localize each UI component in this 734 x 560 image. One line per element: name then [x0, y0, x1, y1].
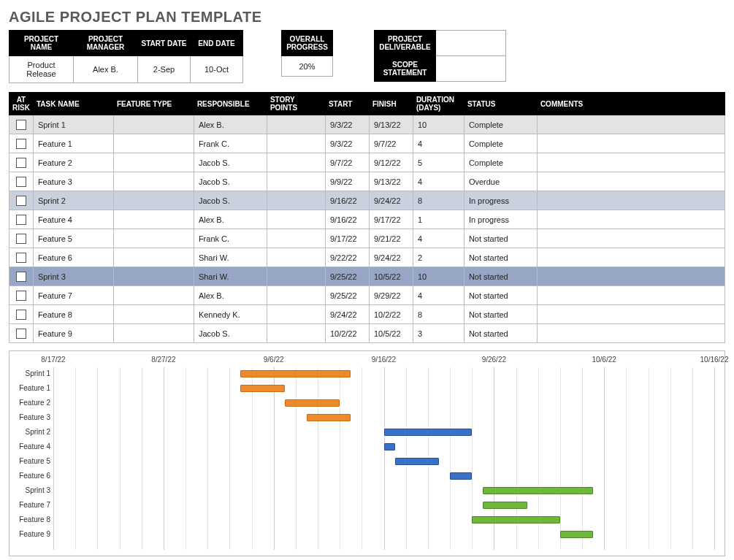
comments-cell[interactable] — [537, 286, 725, 305]
story-points-cell[interactable] — [267, 229, 325, 248]
feature-type-cell[interactable] — [113, 134, 194, 153]
at-risk-cell[interactable] — [9, 248, 34, 267]
duration-cell[interactable]: 3 — [413, 324, 464, 343]
status-cell[interactable]: Not started — [464, 229, 537, 248]
value-start-date[interactable]: 2-Sep — [138, 56, 191, 83]
checkbox-icon[interactable] — [16, 215, 26, 225]
status-cell[interactable]: In progress — [464, 210, 537, 229]
finish-cell[interactable]: 9/13/22 — [369, 115, 413, 134]
responsible-cell[interactable]: Frank C. — [194, 229, 267, 248]
status-cell[interactable]: In progress — [464, 191, 537, 210]
finish-cell[interactable]: 9/24/22 — [369, 191, 413, 210]
task-name-cell[interactable]: Sprint 2 — [33, 191, 113, 210]
at-risk-cell[interactable] — [9, 115, 34, 134]
start-cell[interactable]: 9/3/22 — [325, 115, 369, 134]
task-name-cell[interactable]: Feature 3 — [33, 172, 113, 191]
story-points-cell[interactable] — [267, 286, 325, 305]
comments-cell[interactable] — [537, 305, 725, 324]
feature-type-cell[interactable] — [113, 305, 194, 324]
task-name-cell[interactable]: Feature 5 — [33, 229, 113, 248]
value-project-name[interactable]: Product Release — [9, 56, 74, 83]
duration-cell[interactable]: 4 — [413, 172, 464, 191]
story-points-cell[interactable] — [267, 267, 325, 286]
story-points-cell[interactable] — [267, 324, 325, 343]
comments-cell[interactable] — [537, 191, 725, 210]
responsible-cell[interactable]: Alex B. — [194, 115, 267, 134]
status-cell[interactable]: Not started — [464, 324, 537, 343]
finish-cell[interactable]: 10/2/22 — [369, 305, 413, 324]
task-name-cell[interactable]: Feature 8 — [33, 305, 113, 324]
duration-cell[interactable]: 8 — [413, 305, 464, 324]
feature-type-cell[interactable] — [113, 172, 194, 191]
task-name-cell[interactable]: Feature 4 — [33, 210, 113, 229]
feature-type-cell[interactable] — [113, 324, 194, 343]
responsible-cell[interactable]: Jacob S. — [194, 153, 267, 172]
at-risk-cell[interactable] — [9, 267, 34, 286]
feature-type-cell[interactable] — [113, 115, 194, 134]
feature-type-cell[interactable] — [113, 286, 194, 305]
story-points-cell[interactable] — [267, 172, 325, 191]
comments-cell[interactable] — [537, 172, 725, 191]
checkbox-icon[interactable] — [16, 272, 26, 282]
task-name-cell[interactable]: Feature 9 — [33, 324, 113, 343]
status-cell[interactable]: Not started — [464, 267, 537, 286]
task-name-cell[interactable]: Feature 1 — [33, 134, 113, 153]
responsible-cell[interactable]: Jacob S. — [194, 191, 267, 210]
checkbox-icon[interactable] — [16, 196, 26, 206]
responsible-cell[interactable]: Shari W. — [194, 248, 267, 267]
comments-cell[interactable] — [537, 324, 725, 343]
responsible-cell[interactable]: Frank C. — [194, 134, 267, 153]
checkbox-icon[interactable] — [16, 234, 26, 244]
status-cell[interactable]: Not started — [464, 248, 537, 267]
start-cell[interactable]: 9/16/22 — [325, 210, 369, 229]
finish-cell[interactable]: 9/12/22 — [369, 153, 413, 172]
feature-type-cell[interactable] — [113, 248, 194, 267]
status-cell[interactable]: Complete — [464, 115, 537, 134]
checkbox-icon[interactable] — [16, 310, 26, 320]
comments-cell[interactable] — [537, 229, 725, 248]
at-risk-cell[interactable] — [9, 191, 34, 210]
finish-cell[interactable]: 9/13/22 — [369, 172, 413, 191]
at-risk-cell[interactable] — [9, 134, 34, 153]
start-cell[interactable]: 9/9/22 — [325, 172, 369, 191]
status-cell[interactable]: Not started — [464, 286, 537, 305]
duration-cell[interactable]: 4 — [413, 286, 464, 305]
at-risk-cell[interactable] — [9, 172, 34, 191]
task-name-cell[interactable]: Feature 2 — [33, 153, 113, 172]
task-name-cell[interactable]: Sprint 1 — [33, 115, 113, 134]
finish-cell[interactable]: 9/29/22 — [369, 286, 413, 305]
story-points-cell[interactable] — [267, 305, 325, 324]
start-cell[interactable]: 10/2/22 — [325, 324, 369, 343]
duration-cell[interactable]: 2 — [413, 248, 464, 267]
finish-cell[interactable]: 9/7/22 — [369, 134, 413, 153]
responsible-cell[interactable]: Alex B. — [194, 286, 267, 305]
feature-type-cell[interactable] — [113, 229, 194, 248]
status-cell[interactable]: Not started — [464, 305, 537, 324]
comments-cell[interactable] — [537, 210, 725, 229]
at-risk-cell[interactable] — [9, 324, 34, 343]
status-cell[interactable]: Complete — [464, 134, 537, 153]
responsible-cell[interactable]: Jacob S. — [194, 172, 267, 191]
feature-type-cell[interactable] — [113, 267, 194, 286]
start-cell[interactable]: 9/17/22 — [325, 229, 369, 248]
value-scope-statement[interactable] — [436, 56, 506, 82]
comments-cell[interactable] — [537, 134, 725, 153]
finish-cell[interactable]: 10/5/22 — [369, 324, 413, 343]
story-points-cell[interactable] — [267, 134, 325, 153]
finish-cell[interactable]: 9/17/22 — [369, 210, 413, 229]
value-overall-progress[interactable]: 20% — [282, 56, 333, 77]
at-risk-cell[interactable] — [9, 210, 34, 229]
checkbox-icon[interactable] — [16, 177, 26, 187]
checkbox-icon[interactable] — [16, 139, 26, 149]
finish-cell[interactable]: 9/24/22 — [369, 248, 413, 267]
comments-cell[interactable] — [537, 267, 725, 286]
story-points-cell[interactable] — [267, 153, 325, 172]
responsible-cell[interactable]: Jacob S. — [194, 324, 267, 343]
value-end-date[interactable]: 10-Oct — [191, 56, 243, 83]
start-cell[interactable]: 9/25/22 — [325, 267, 369, 286]
status-cell[interactable]: Overdue — [464, 172, 537, 191]
checkbox-icon[interactable] — [16, 329, 26, 339]
at-risk-cell[interactable] — [9, 229, 34, 248]
duration-cell[interactable]: 4 — [413, 229, 464, 248]
story-points-cell[interactable] — [267, 191, 325, 210]
